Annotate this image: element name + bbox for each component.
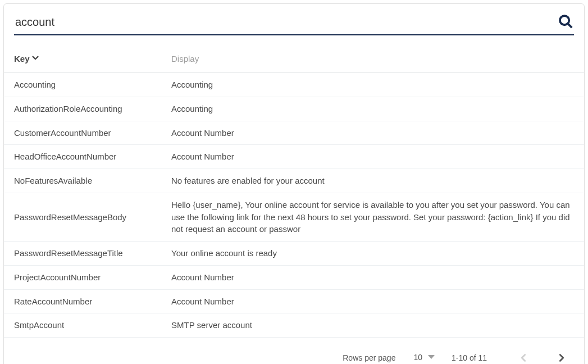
cell-key: AuthorizationRoleAccounting [4,97,161,121]
cell-display: Accounting [161,97,584,121]
search-icon[interactable] [554,13,574,32]
cell-key: PasswordResetMessageTitle [4,242,161,265]
table-row[interactable]: AuthorizationRoleAccounting Accounting [4,97,584,121]
search-input[interactable] [14,13,554,32]
rows-per-page-value: 10 [413,353,422,362]
cell-key: PasswordResetMessageBody [4,193,161,241]
cell-key: HeadOfficeAccountNumber [4,145,161,169]
cell-display: Account Number [161,145,584,169]
column-header-key-label: Key [14,54,30,63]
search-bar [4,4,584,38]
svg-line-1 [568,24,572,28]
cell-key: CustomerAccountNumber [4,121,161,145]
cell-display: Account Number [161,121,584,145]
sort-desc-icon [30,52,40,65]
rows-per-page-select[interactable]: 10 [411,352,436,365]
search-input-wrap [14,11,574,35]
cell-key: NoFeaturesAvailable [4,169,161,193]
rows-per-page-label: Rows per page [343,353,395,362]
cell-key: ProjectAccountNumber [4,266,161,289]
cell-display: Account Number [161,266,584,289]
table-body: Accounting Accounting AuthorizationRoleA… [4,72,584,337]
table-row[interactable]: HeadOfficeAccountNumber Account Number [4,144,584,169]
cell-key: SmtpAccount [4,313,161,337]
prev-page-button[interactable] [512,347,535,364]
table-row[interactable]: CustomerAccountNumber Account Number [4,121,584,145]
column-header-key[interactable]: Key [4,44,161,72]
table-row[interactable]: NoFeaturesAvailable No features are enab… [4,169,584,193]
cell-key: RateAccountNumber [4,290,161,313]
cell-display: Account Number [161,290,584,313]
table-row[interactable]: Accounting Accounting [4,72,584,97]
cell-display: No features are enabled for your account [161,169,584,193]
data-table-card: Key Display Accounting Accounting Author… [3,3,585,364]
cell-display: Hello {user_name}, Your online account f… [161,193,584,241]
cell-display: Your online account is ready [161,242,584,265]
cell-display: SMTP server account [161,313,584,337]
column-header-display[interactable]: Display [161,44,584,72]
cell-display: Accounting [161,73,584,97]
cell-key: Accounting [4,73,161,97]
column-header-display-label: Display [171,54,199,63]
dropdown-icon [428,355,435,359]
table-row[interactable]: ProjectAccountNumber Account Number [4,265,584,289]
table-row[interactable]: RateAccountNumber Account Number [4,289,584,313]
table-header-row: Key Display [4,38,584,72]
next-page-button[interactable] [550,347,573,364]
table-row[interactable]: PasswordResetMessageTitle Your online ac… [4,241,584,265]
table-row[interactable]: SmtpAccount SMTP server account [4,313,584,337]
pagination-footer: Rows per page 10 1-10 of 11 [4,337,584,364]
svg-point-0 [560,16,569,25]
table-row[interactable]: PasswordResetMessageBody Hello {user_nam… [4,193,584,241]
pagination-range: 1-10 of 11 [452,353,496,362]
